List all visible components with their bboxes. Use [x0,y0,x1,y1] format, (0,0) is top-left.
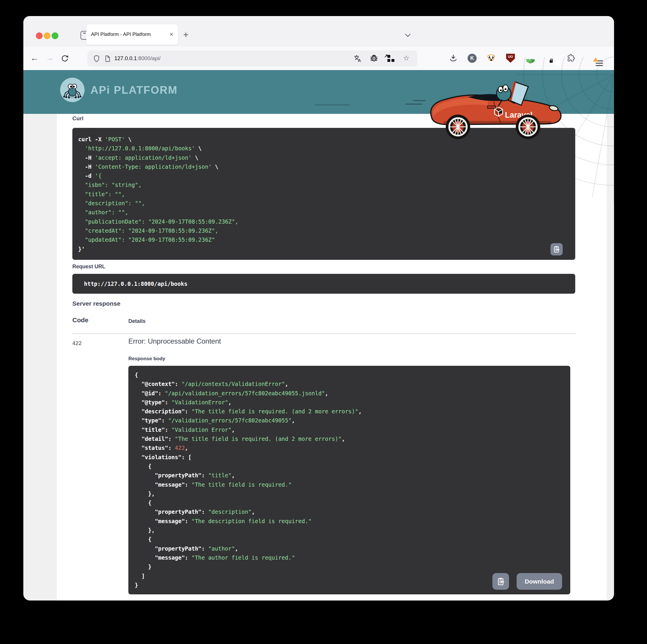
clipboard-copy-icon [497,577,505,586]
status-text: Error: Unprocessable Content [128,337,221,345]
close-window-button[interactable] [36,33,43,39]
download-button[interactable]: Download [517,573,562,590]
reload-button[interactable] [61,54,69,64]
api-platform-header: APi PLATFORM [23,70,614,114]
code-column-header: Code [72,316,88,324]
adguard-badge: A [532,60,536,64]
kagi-extension-icon[interactable]: K [468,54,477,63]
copy-curl-button[interactable] [551,243,563,255]
tab-bar: API Platform - API Platform × + [23,16,614,47]
update-badge [593,58,598,62]
bug-debugger-icon[interactable] [370,54,378,64]
brand-wordmark: APi PLATFORM [90,84,177,96]
navigation-toolbar: ← → 127.0.0.1:8000/api/ A ↗ ☆ [23,47,614,70]
privacy-badger-icon[interactable] [487,53,496,64]
url-host: 127.0.0.1 [114,55,137,61]
translate-icon[interactable]: A [354,54,362,64]
back-button[interactable]: ← [30,54,39,62]
spider-logo-icon [60,78,85,102]
url-bar[interactable]: 127.0.0.1:8000/api/ A ↗ ☆ [87,51,417,67]
url-text[interactable]: 127.0.0.1:8000/api/ [114,55,160,62]
list-tabs-chevron-icon[interactable] [405,33,411,38]
ublock-origin-icon[interactable]: UO [506,54,515,63]
response-body-label: Response body [128,356,165,362]
zoom-window-button[interactable] [52,33,58,39]
shield-permissions-icon[interactable] [93,55,100,64]
adguard-icon[interactable]: A [526,59,535,64]
tab-title: API Platform - API Platform [91,31,169,38]
extensions-puzzle-icon[interactable] [567,53,575,63]
download-button-label: Download [525,578,554,585]
request-url-value: http://127.0.0.1:8000/api/books [84,280,188,287]
server-response-title: Server response [72,300,121,307]
close-tab-icon[interactable]: × [169,31,173,38]
grid-arrow-glyph: ↗ [384,53,388,59]
details-column-header: Details [128,318,146,324]
swagger-content: Curl curl -X 'POST' \ 'http://127.0.0.1:… [23,114,614,600]
forward-button[interactable]: → [46,54,54,62]
page-info-icon[interactable] [104,55,112,64]
request-url-block: http://127.0.0.1:8000/api/books [72,274,575,294]
browser-window: API Platform - API Platform × + ← → 127.… [23,16,614,600]
status-code: 422 [72,340,82,346]
svg-text:A: A [358,58,361,62]
downloads-icon[interactable] [449,54,457,63]
copy-response-button[interactable] [492,573,509,590]
request-url-label: Request URL [72,264,105,270]
tab-api-platform[interactable]: API Platform - API Platform × [86,24,178,45]
clipboard-copy-icon [553,246,560,253]
url-path: :8000/api/ [137,55,160,61]
new-tab-button[interactable]: + [183,30,189,40]
minimize-window-button[interactable] [44,33,51,39]
response-body-block: { "@context": "/api/contexts/ValidationE… [128,366,570,594]
curl-code-block: curl -X 'POST' \ 'http://127.0.0.1:8000/… [72,128,575,260]
curl-label: Curl [72,115,83,122]
table-divider [72,333,576,334]
bookmark-star-icon[interactable]: ☆ [403,55,410,62]
